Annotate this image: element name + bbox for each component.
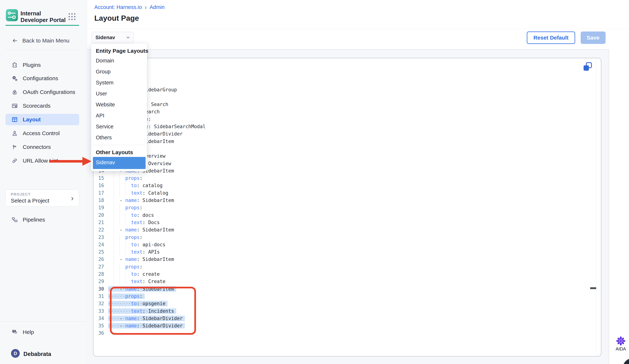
app-grid-icon[interactable] (68, 13, 76, 20)
code-text: text: Create (108, 278, 165, 285)
line-number: 29 (93, 278, 104, 285)
code-line-16[interactable]: 16 to: catalog (93, 182, 595, 189)
help-button[interactable]: ? Help (5, 327, 79, 338)
code-line-3[interactable]: 3 - name: SidebarGroup (93, 86, 595, 93)
dropdown-option-service[interactable]: Service (96, 123, 114, 130)
line-number: 30 (93, 285, 104, 293)
toolbar-divider (87, 49, 609, 50)
code-line-19[interactable]: 19 props: (93, 204, 595, 211)
project-eyebrow: PROJECT (11, 192, 75, 196)
dropdown-option-system[interactable]: System (96, 80, 114, 86)
code-line-30[interactable]: 30····-·name:·SidebarItem (93, 285, 595, 293)
code-text: to: create (108, 270, 160, 278)
copy-icon[interactable] (583, 62, 593, 72)
dropdown-option-domain[interactable]: Domain (96, 58, 114, 64)
code-line-13[interactable]: 13 text: Overview (93, 160, 595, 167)
reset-default-button[interactable]: Reset Default (527, 31, 575, 44)
sidebar-item-configurations[interactable]: Configurations (5, 73, 79, 84)
dropdown-option-group[interactable]: Group (96, 69, 111, 75)
app-logo-icon (6, 9, 18, 21)
code-line-2[interactable]: 2 children: (93, 79, 595, 86)
code-line-23[interactable]: 23 props: (93, 234, 595, 241)
line-number: 18 (93, 197, 104, 204)
save-label: Save (587, 35, 600, 41)
code-line-25[interactable]: 25 text: APIs (93, 248, 595, 256)
code-text: text: APIs (108, 248, 160, 256)
aida-assistant-button[interactable]: AIDA (612, 336, 629, 356)
sidebar-item-scorecards[interactable]: Scorecards (5, 100, 79, 112)
code-line-28[interactable]: 28 to: create (93, 270, 595, 278)
code-line-5[interactable]: 5 label: Search (93, 101, 595, 108)
code-line-8[interactable]: 8 - name: SidebarSearchModal (93, 123, 595, 130)
code-line-34[interactable]: 34····-·name:·SidebarDivider (93, 315, 595, 322)
code-line-20[interactable]: 20 to: docs (93, 212, 595, 219)
aida-label: AIDA (612, 347, 629, 352)
sidebar-item-plugins[interactable]: Plugins (5, 59, 79, 71)
code-line-31[interactable]: 31······props: (93, 293, 595, 300)
pipelines-label: Pipelines (23, 217, 45, 223)
sidebar-item-label: Plugins (23, 62, 41, 68)
code-line-12[interactable]: 12 to: overview (93, 152, 595, 160)
line-number: 22 (93, 226, 104, 234)
sidebar-item-layout[interactable]: Layout (5, 114, 79, 125)
code-line-33[interactable]: 33········text:·Incidents (93, 307, 595, 315)
dropdown-option-sidenav-selected[interactable]: Sidenav (93, 157, 146, 169)
code-editor-lines[interactable]: 1page:2 children:3 - name: SidebarGroup4… (93, 71, 595, 337)
code-line-11[interactable]: 11 props: (93, 145, 595, 152)
code-line-21[interactable]: 21 text: Docs (93, 219, 595, 226)
code-line-9[interactable]: 9 - name: SidebarDivider (93, 130, 595, 137)
code-line-32[interactable]: 32········to:·opsgenie (93, 300, 595, 307)
help-chat-icon: ? (11, 329, 18, 336)
dropdown-option-website[interactable]: Website (96, 102, 115, 108)
project-selector[interactable]: PROJECT Select a Project (5, 190, 79, 206)
header-divider (87, 29, 629, 29)
save-button[interactable]: Save (581, 31, 606, 44)
code-line-1[interactable]: 1page: (93, 71, 595, 79)
code-line-6[interactable]: 6 to: search (93, 108, 595, 115)
back-arrow-icon (11, 38, 18, 44)
line-number: 19 (93, 204, 104, 211)
breadcrumb-chevron-icon: › (145, 3, 147, 11)
code-text: ····-·name:·SidebarDivider (108, 322, 185, 329)
code-line-4[interactable]: 4 props: (93, 93, 595, 101)
back-to-main-menu-button[interactable]: Back to Main Menu (5, 36, 79, 45)
dropdown-option-others[interactable]: Others (96, 134, 112, 141)
brand-accent-bar (5, 25, 79, 26)
code-line-7[interactable]: 7 children: (93, 116, 595, 123)
code-line-35[interactable]: 35····-·name:·SidebarDivider (93, 322, 595, 329)
code-line-15[interactable]: 15 props: (93, 174, 595, 182)
code-line-29[interactable]: 29 text: Create (93, 278, 595, 285)
sidebar-item-connectors[interactable]: Connectors (5, 141, 79, 153)
back-label: Back to Main Menu (22, 37, 69, 44)
code-line-22[interactable]: 22 - name: SidebarItem (93, 226, 595, 234)
branch-icon (11, 144, 18, 150)
layout-dropdown-menu: Entity Page Layouts DomainGroupSystemUse… (91, 43, 147, 171)
sidebar-item-pipelines[interactable]: Pipelines (5, 214, 79, 225)
dropdown-option-user[interactable]: User (96, 91, 107, 97)
code-line-17[interactable]: 17 text: Catalog (93, 189, 595, 197)
layout-select-dropdown[interactable]: Sidenav (92, 32, 134, 43)
code-line-26[interactable]: 26 - name: SidebarItem (93, 256, 595, 263)
code-line-10[interactable]: 10 - name: SidebarItem (93, 138, 595, 145)
line-number: 28 (93, 270, 104, 278)
code-line-36[interactable]: 36 (93, 329, 595, 337)
code-line-27[interactable]: 27 props: (93, 263, 595, 270)
help-label: Help (23, 329, 34, 335)
dropdown-option-api[interactable]: API (96, 113, 104, 119)
user-name: Debabrata (23, 351, 51, 358)
sidebar-item-label: Connectors (23, 144, 51, 150)
code-line-14[interactable]: 14 - name: SidebarItem (93, 167, 595, 174)
sidebar-item-oauth-configurations[interactable]: OAuth Configurations (5, 86, 79, 98)
code-text: text: Docs (108, 219, 160, 226)
breadcrumb-admin-link[interactable]: Admin (150, 4, 165, 10)
user-avatar[interactable]: D (11, 349, 20, 358)
sidebar-item-label: Configurations (23, 75, 58, 82)
line-number: 33 (93, 307, 104, 315)
code-line-18[interactable]: 18 - name: SidebarItem (93, 197, 595, 204)
sidebar-item-access-control[interactable]: Access Control (5, 128, 79, 139)
breadcrumb-account-link[interactable]: Account: Harness.io (94, 4, 142, 10)
code-line-24[interactable]: 24 to: api-docs (93, 241, 595, 248)
line-number: 26 (93, 256, 104, 263)
code-text: props: (108, 204, 143, 211)
code-text: - name: SidebarItem (108, 256, 174, 263)
